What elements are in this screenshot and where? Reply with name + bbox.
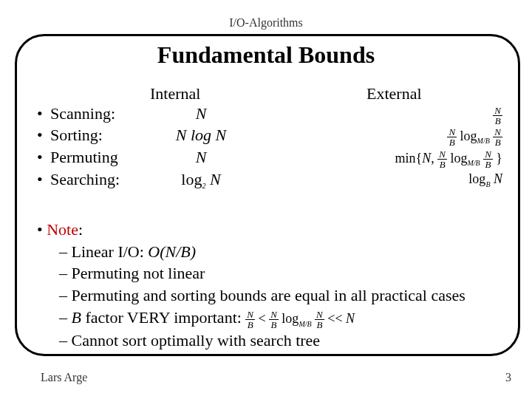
note-line-5: – Cannot sort optimally with search tree bbox=[59, 330, 466, 352]
slide-title: Fundamental Bounds bbox=[0, 41, 532, 69]
row-label: Permuting bbox=[50, 148, 118, 167]
note-line-4: – B factor VERY important: NB < NB logM/… bbox=[59, 307, 466, 330]
note-block: • Note: – Linear I/O: O(N/B) – Permuting… bbox=[37, 219, 466, 352]
bullet-icon: • bbox=[37, 104, 43, 123]
row-external: logB N bbox=[325, 171, 502, 188]
bullet-icon: • bbox=[37, 170, 43, 189]
col-header-external: External bbox=[366, 84, 422, 103]
row-label: Scanning: bbox=[50, 104, 115, 123]
row-internal: N bbox=[149, 104, 253, 123]
bullet-icon: • bbox=[37, 126, 43, 145]
slide-header: I/O-Algorithms bbox=[0, 16, 532, 30]
row-internal: N log N bbox=[149, 126, 253, 145]
row-label: Sorting: bbox=[50, 126, 103, 145]
row-external: NB bbox=[325, 106, 502, 126]
bullet-icon: • bbox=[37, 220, 43, 239]
note-line-1: – Linear I/O: O(N/B) bbox=[59, 241, 466, 263]
note-line-3: – Permuting and sorting bounds are equal… bbox=[59, 284, 466, 307]
col-header-internal: Internal bbox=[150, 84, 200, 103]
row-internal: N bbox=[149, 148, 253, 167]
footer-page-number: 3 bbox=[505, 371, 511, 384]
row-internal: log2 N bbox=[149, 170, 253, 190]
row-external: NB logM/B NB bbox=[325, 127, 502, 147]
note-title-line: • Note: bbox=[37, 219, 466, 241]
row-label: Searching: bbox=[50, 170, 120, 189]
footer-author: Lars Arge bbox=[41, 371, 87, 384]
note-title: Note bbox=[47, 220, 78, 239]
bullet-icon: • bbox=[37, 148, 43, 167]
note-line-2: – Permuting not linear bbox=[59, 262, 466, 284]
row-external: min{N, NB logM/B NB } bbox=[325, 149, 502, 169]
